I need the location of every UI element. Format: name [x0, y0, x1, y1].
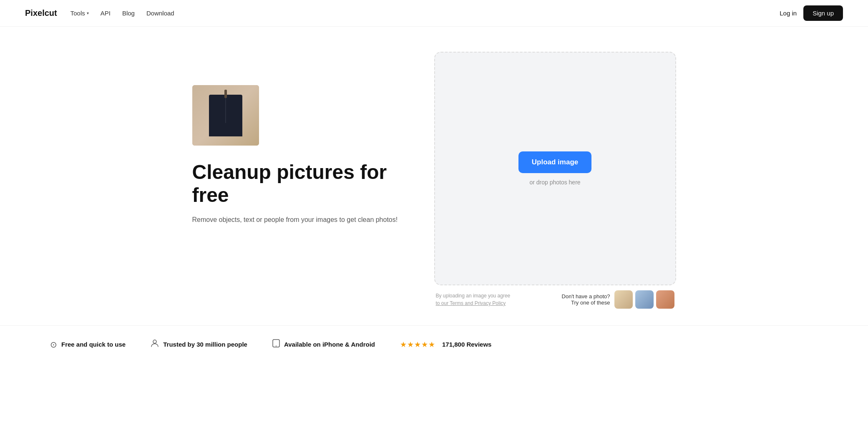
sample-thumb-3[interactable]: [656, 290, 674, 309]
sample-thumbnails: [614, 290, 674, 309]
drop-text: or drop photos here: [529, 179, 580, 186]
svg-point-2: [276, 346, 277, 347]
hero-description: Remove objects, text or people from your…: [192, 215, 409, 225]
feature-mobile-label: Available on iPhone & Android: [284, 341, 375, 348]
upload-footer: By uploading an image you agree to our T…: [434, 290, 676, 309]
nav-tools[interactable]: Tools ▾: [70, 10, 89, 17]
feature-free-label: Free and quick to use: [61, 341, 126, 348]
product-image: [192, 85, 259, 146]
reviews-count: 171,800 Reviews: [442, 341, 491, 348]
nav-actions: Log in Sign up: [780, 5, 843, 21]
clock-icon: ⊙: [50, 340, 57, 350]
nav-links: Tools ▾ API Blog Download: [70, 10, 780, 17]
sample-thumb-2[interactable]: [635, 290, 654, 309]
feature-mobile: Available on iPhone & Android: [272, 339, 375, 350]
feature-trusted: Trusted by 30 million people: [151, 339, 247, 350]
hero-title: Cleanup pictures for free: [192, 161, 409, 206]
sample-photos: Don't have a photo? Try one of these: [562, 290, 674, 309]
navbar: Pixelcut Tools ▾ API Blog Download Log i…: [0, 0, 868, 27]
terms-link[interactable]: to our Terms and Privacy Policy: [436, 300, 506, 306]
chevron-down-icon: ▾: [87, 11, 89, 15]
upload-image-button[interactable]: Upload image: [518, 151, 591, 173]
feature-reviews: ★★★★★ 171,800 Reviews: [400, 340, 491, 349]
upload-dropzone[interactable]: Upload image or drop photos here: [434, 52, 676, 285]
person-icon: [151, 339, 159, 350]
hero-section: Cleanup pictures for free Remove objects…: [192, 52, 409, 225]
feature-trusted-label: Trusted by 30 million people: [163, 341, 247, 348]
upload-panel: Upload image or drop photos here By uplo…: [434, 52, 676, 309]
feature-free: ⊙ Free and quick to use: [50, 340, 126, 350]
terms-text: By uploading an image you agree to our T…: [436, 292, 511, 307]
nav-download[interactable]: Download: [146, 10, 174, 17]
jacket-shape: [209, 95, 242, 136]
jacket-illustration: [192, 85, 259, 146]
signup-button[interactable]: Sign up: [803, 5, 843, 21]
features-bar: ⊙ Free and quick to use Trusted by 30 mi…: [0, 325, 868, 363]
phone-icon: [272, 339, 280, 350]
svg-point-0: [153, 340, 156, 343]
main-content: Cleanup pictures for free Remove objects…: [142, 27, 726, 325]
sample-thumb-1[interactable]: [614, 290, 633, 309]
star-rating: ★★★★★: [400, 340, 435, 349]
nav-blog[interactable]: Blog: [122, 10, 135, 17]
nav-api[interactable]: API: [101, 10, 111, 17]
logo[interactable]: Pixelcut: [25, 8, 57, 18]
sample-label: Don't have a photo? Try one of these: [562, 293, 610, 306]
login-button[interactable]: Log in: [780, 10, 797, 17]
